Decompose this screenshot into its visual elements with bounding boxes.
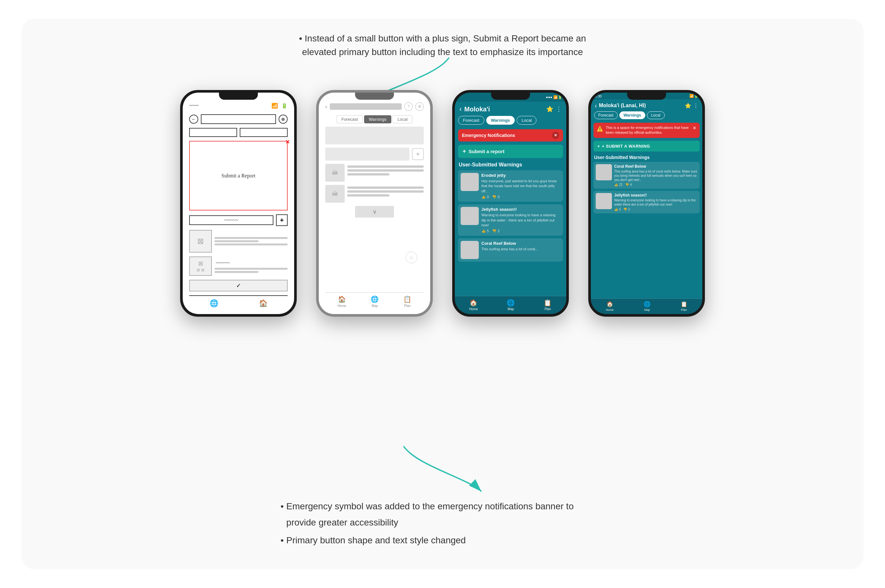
app4-more-btn[interactable]: ⋮ xyxy=(693,103,699,109)
page-container: Instead of a small button with a plus si… xyxy=(21,19,864,569)
wire-tab2[interactable] xyxy=(240,128,288,137)
app3-vote-up-1[interactable]: 👍 0 xyxy=(481,195,489,199)
wf2-plus-btn[interactable]: + xyxy=(412,148,424,160)
app4-submit-btn[interactable]: + + SUBMIT A WARNING xyxy=(594,141,700,152)
wf2-home-icon: 🏠 xyxy=(338,295,346,303)
wf2-text1 xyxy=(347,164,424,176)
wire-back-btn[interactable]: ← xyxy=(189,115,198,124)
app3-warning-votes-2: 👍 5 👎 2 xyxy=(481,229,560,233)
wf2-back-btn[interactable]: ‹ xyxy=(325,103,327,110)
wire-line1 xyxy=(215,237,288,239)
app4-tabs: Forecast Warnings Local xyxy=(591,111,702,121)
app3-warning-desc-1: Hey everyone, just wanted to let you guy… xyxy=(481,179,560,194)
app3-nav-map[interactable]: 🌐 Map xyxy=(506,299,515,311)
app4-star-btn[interactable]: ⭐ xyxy=(685,103,691,109)
wire-line2 xyxy=(215,240,258,242)
app3-tab-forecast[interactable]: Forecast xyxy=(458,116,484,124)
app3-warning-desc-3: This surfing area has a lot of coral... xyxy=(481,247,560,252)
wf2-bottom-nav: 🏠 Home 🌐 Map 📋 Plan xyxy=(325,292,424,308)
wf2-home-label: Home xyxy=(338,304,346,308)
app4-warning-title-2: Jellyfish season!! xyxy=(614,193,697,198)
wf2-star-btn[interactable]: ☆ xyxy=(406,252,417,263)
wire-x-icon: ✕ xyxy=(285,139,290,145)
app4-vote-down-1[interactable]: 👎 4 xyxy=(625,183,632,186)
app4-warning-votes-1: 👍 22 👎 4 xyxy=(614,183,697,186)
wf2-nav-home[interactable]: 🏠 Home xyxy=(338,295,346,308)
app3-submit-plus-icon: + xyxy=(463,148,466,155)
wire-nav-globe[interactable]: 🌐 xyxy=(210,299,218,308)
app3-warning-info-1: Eroded jetty Hey everyone, just wanted t… xyxy=(481,173,560,199)
app3-vote-down-2[interactable]: 👎 2 xyxy=(492,229,499,233)
wf2-map-label: Map xyxy=(371,304,378,308)
app3-warning-card-1[interactable]: Eroded jetty Hey everyone, just wanted t… xyxy=(458,170,563,202)
app4-nav-plan[interactable]: 📋 Plan xyxy=(681,301,687,312)
app3-star-btn[interactable]: ⭐ xyxy=(546,105,553,112)
app4-section-title: User-Submitted Warnings xyxy=(591,153,702,161)
app3-emergency-close[interactable]: ✕ xyxy=(552,132,559,139)
app3-warning-card-2[interactable]: Jellyfish season!! Warning to everyone l… xyxy=(458,204,563,236)
app4-vote-up-1[interactable]: 👍 22 xyxy=(614,183,623,186)
wire-signal: ~~~ xyxy=(189,102,198,109)
app3-nav-plan[interactable]: 📋 Plan xyxy=(544,299,551,311)
wf2-line5 xyxy=(347,190,424,193)
wf2-line1 xyxy=(347,165,424,168)
wf2-tab-local[interactable]: Local xyxy=(393,115,412,123)
app4-tab-forecast[interactable]: Forecast xyxy=(594,111,618,119)
wf2-content: ‹ ? ⚙ Forecast Warnings Local + xyxy=(319,93,430,314)
app4-emergency-close[interactable]: ✕ xyxy=(693,125,696,130)
app4-vote-down-2[interactable]: 👎 2 xyxy=(623,207,630,211)
wf2-settings-icon[interactable]: ⚙ xyxy=(415,102,424,111)
wire-plus-btn1[interactable]: + xyxy=(276,214,288,226)
wf2-text2 xyxy=(347,185,424,196)
app4-status-icons: 📶🔋 xyxy=(689,94,699,98)
app4-warning-desc-2: Warning to everyone looking to have a re… xyxy=(614,198,697,207)
wire-checkmark-btn[interactable]: ✓ xyxy=(189,280,288,291)
phone-1-wireframe: ~~~ 📶 🔋 ← ⊕ xyxy=(180,90,297,316)
phone2-notch xyxy=(355,93,394,100)
app3-vote-up-2[interactable]: 👍 5 xyxy=(481,229,489,233)
app3-emergency-banner[interactable]: Emergency Notifications ✕ xyxy=(458,129,563,141)
phones-row: ~~~ 📶 🔋 ← ⊕ xyxy=(21,90,864,316)
app4-nav-home[interactable]: 🏠 Home xyxy=(606,301,613,312)
app3-nav-home[interactable]: 🏠 Home xyxy=(469,299,478,311)
app4-warning-card-1[interactable]: Coral Reef Below This surfing area has a… xyxy=(594,162,700,189)
app4-emergency-banner[interactable]: ⚠️ This is a space for emergency notific… xyxy=(594,123,700,138)
app4-warning-triangle-icon: ⚠️ xyxy=(597,126,603,132)
app3-back-btn[interactable]: ‹ xyxy=(459,105,461,113)
app4-submit-label: + SUBMIT A WARNING xyxy=(602,144,650,148)
app4-vote-up-2[interactable]: 👍 5 xyxy=(614,207,621,211)
app4-nav-map[interactable]: 🌐 Map xyxy=(644,301,651,312)
wire-line5 xyxy=(215,271,258,273)
app4-tab-warnings[interactable]: Warnings xyxy=(619,111,645,119)
app4-warning-info-2: Jellyfish season!! Warning to everyone l… xyxy=(614,193,697,211)
wf2-tabs: Forecast Warnings Local xyxy=(325,115,424,123)
app4-back-btn[interactable]: ‹ xyxy=(595,102,597,110)
app4-warning-votes-2: 👍 5 👎 2 xyxy=(614,207,697,211)
wire-line4 xyxy=(215,268,288,270)
wire-report-box[interactable]: Submit a Report ✕ xyxy=(189,141,288,210)
app4-warning-card-2[interactable]: Jellyfish season!! Warning to everyone l… xyxy=(594,191,700,213)
app3-warning-card-3[interactable]: Coral Reef Below This surfing area has a… xyxy=(458,238,563,262)
app3-warning-desc-2: Warning to everyone looking to have a re… xyxy=(481,213,560,228)
app3-more-btn[interactable]: ⋮ xyxy=(556,105,562,112)
wf2-tab-warnings[interactable]: Warnings xyxy=(364,115,391,123)
wire-img-icon: ⊠ xyxy=(197,237,204,246)
app3-tab-warnings[interactable]: Warnings xyxy=(486,116,515,124)
wf2-map-icon: 🌐 xyxy=(371,295,379,303)
wf2-nav-plan[interactable]: 📋 Plan xyxy=(403,295,412,308)
wire-nav-home[interactable]: 🏠 xyxy=(259,299,267,308)
app4-warning-thumb-2 xyxy=(596,193,612,209)
wf2-plan-label: Plan xyxy=(404,304,411,308)
app3-vote-down-1[interactable]: 👎 0 xyxy=(492,195,499,199)
wf2-down-btn[interactable]: ∨ xyxy=(355,206,394,218)
app3-submit-btn[interactable]: + Submit a report xyxy=(458,145,563,158)
app4-tab-local[interactable]: Local xyxy=(647,111,665,119)
app4-plan-icon: 📋 xyxy=(681,301,687,308)
wf2-image-row1: 🏔 xyxy=(325,164,424,182)
app3-warning-title-3: Coral Reef Below xyxy=(481,241,560,246)
wf2-nav-map[interactable]: 🌐 Map xyxy=(371,295,379,308)
app3-tab-local[interactable]: Local xyxy=(517,116,536,124)
wf2-help-icon[interactable]: ? xyxy=(404,102,413,111)
wf2-tab-forecast[interactable]: Forecast xyxy=(337,115,363,123)
wire-tab1[interactable] xyxy=(189,128,237,137)
